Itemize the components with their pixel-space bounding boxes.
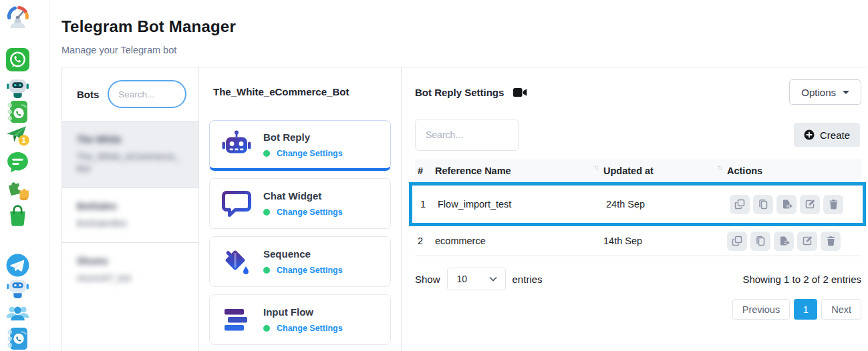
chatbot-teal-icon[interactable] [5, 75, 30, 99]
row-updated-at: 14th Sep [603, 236, 727, 246]
clone-icon [758, 199, 768, 210]
copy-icon [734, 199, 745, 210]
page-title: Telegram Bot Manager [61, 17, 236, 36]
store-bag-icon[interactable] [5, 203, 30, 228]
bot-reply-table: # Reference Name ↑↓ Updated at ↑↓ Action… [415, 159, 861, 256]
page-size-select[interactable]: 10 [447, 268, 506, 290]
chevron-down-icon [489, 276, 497, 282]
status-dot-icon [263, 209, 270, 216]
row-actions [730, 195, 863, 214]
col-actions: Actions [727, 165, 861, 176]
clone-icon [755, 236, 766, 246]
copy-button[interactable] [730, 195, 750, 214]
export-icon [781, 199, 792, 210]
page-header: Telegram Bot Manager Manage your Telegra… [61, 17, 236, 55]
bot-name: BotSales [77, 201, 184, 212]
create-button[interactable]: Create [794, 123, 860, 147]
pagination: Previous 1 Next [415, 299, 861, 320]
change-settings-link[interactable]: Change Settings [277, 149, 343, 158]
page-size-value: 10 [457, 274, 468, 284]
bars-icon [221, 304, 253, 336]
bots-panel: Bots The White The_White_eCommerce_Bot B… [62, 67, 199, 351]
export-icon [778, 236, 790, 246]
chevron-down-icon [843, 91, 849, 94]
show-label: Show [415, 274, 440, 285]
settings-panel: The_White_eCommerce_Bot [199, 67, 402, 351]
page-subtitle: Manage your Telegram bot [61, 45, 236, 55]
whatsapp-icon[interactable] [5, 47, 30, 72]
card-title: Bot Reply [263, 131, 310, 143]
current-page-button[interactable]: 1 [794, 299, 817, 320]
card-title: Input Flow [263, 306, 313, 318]
bot-list-item[interactable]: Shums shums07_bot [62, 242, 198, 297]
delete-icon [829, 199, 839, 210]
status-dot-icon [263, 267, 270, 274]
change-settings-link[interactable]: Change Settings [277, 324, 343, 333]
status-dot-icon [263, 150, 270, 157]
dashboard-gauge-icon[interactable] [5, 3, 30, 28]
panel-title: Bot Reply Settings [415, 87, 504, 98]
edit-icon [805, 199, 815, 210]
delete-button[interactable] [823, 195, 843, 214]
bots-search-input[interactable] [108, 80, 186, 108]
chatbot-blue-icon[interactable] [5, 275, 30, 300]
setting-card-sequence[interactable]: Sequence Change Settings [209, 236, 391, 287]
table-row[interactable]: 1 Flow_import_test 24th Sep [409, 182, 866, 226]
clone-button[interactable] [753, 195, 773, 214]
bot-list-item[interactable]: BotSales BotSalesBot [62, 188, 198, 242]
setting-card-bot-reply[interactable]: Bot Reply Change Settings [209, 120, 391, 171]
card-title: Sequence [263, 248, 311, 260]
contacts-green-icon[interactable] [5, 99, 30, 124]
edit-button[interactable] [800, 195, 820, 214]
options-label: Options [801, 87, 836, 98]
export-button[interactable] [776, 195, 797, 214]
robot-icon [221, 129, 253, 161]
messenger-bubble-icon[interactable] [5, 150, 30, 175]
bot-username: The_White_eCommerce_Bot [77, 151, 184, 175]
edit-button[interactable] [797, 232, 817, 251]
bot-name: The White [77, 134, 184, 145]
clone-button[interactable] [750, 232, 770, 251]
row-actions [727, 232, 861, 251]
change-settings-link[interactable]: Change Settings [277, 266, 343, 275]
delete-button[interactable] [821, 232, 841, 251]
options-button[interactable]: Options [789, 79, 861, 105]
bots-panel-header: Bots [62, 67, 198, 121]
telegram-icon[interactable] [5, 253, 30, 278]
plus-circle-icon [804, 129, 815, 140]
showing-entries-text: Showing 1 to 2 of 2 entries [742, 274, 861, 285]
bot-list-item[interactable]: The White The_White_eCommerce_Bot [62, 121, 198, 188]
bots-title: Bots [77, 89, 99, 100]
campaign-badge: 1 [22, 136, 26, 144]
paint-bucket-icon [221, 246, 253, 278]
setting-card-chat-widget[interactable]: Chat Widget Change Settings [209, 178, 391, 229]
table-row[interactable]: 2 ecommerce 14th Sep [415, 226, 861, 256]
selected-bot-name: The_White_eCommerce_Bot [213, 86, 391, 97]
setting-card-input-flow[interactable]: Input Flow Change Settings [209, 294, 391, 345]
create-label: Create [820, 129, 850, 141]
bot-username: BotSalesBot [77, 218, 184, 230]
export-button[interactable] [774, 232, 794, 251]
change-settings-link[interactable]: Change Settings [277, 208, 343, 217]
next-page-button[interactable]: Next [821, 299, 861, 320]
row-reference-name: Flow_import_test [438, 199, 606, 210]
integrations-puzzle-icon[interactable] [5, 176, 30, 201]
bot-username: shums07_bot [77, 272, 184, 284]
groups-icon[interactable] [5, 300, 30, 325]
campaign-plane-icon[interactable]: 1 [5, 123, 30, 147]
sort-icon[interactable]: ↑↓ [593, 163, 598, 171]
contacts-blue-icon[interactable] [5, 326, 30, 351]
col-updated-at[interactable]: Updated at ↑↓ [603, 165, 727, 176]
card-title: Chat Widget [263, 190, 321, 202]
row-updated-at: 24th Sep [606, 199, 730, 210]
col-reference-name[interactable]: Reference Name ↑↓ [435, 165, 603, 176]
copy-icon [732, 236, 742, 246]
sort-icon[interactable]: ↑↓ [717, 163, 722, 171]
app-sidebar: 1 [0, 0, 50, 351]
copy-button[interactable] [727, 232, 747, 251]
previous-page-button[interactable]: Previous [732, 299, 790, 320]
delete-icon [826, 236, 836, 246]
table-search-input[interactable] [415, 119, 519, 151]
entries-label: entries [513, 274, 543, 285]
video-camera-icon[interactable] [513, 87, 527, 97]
